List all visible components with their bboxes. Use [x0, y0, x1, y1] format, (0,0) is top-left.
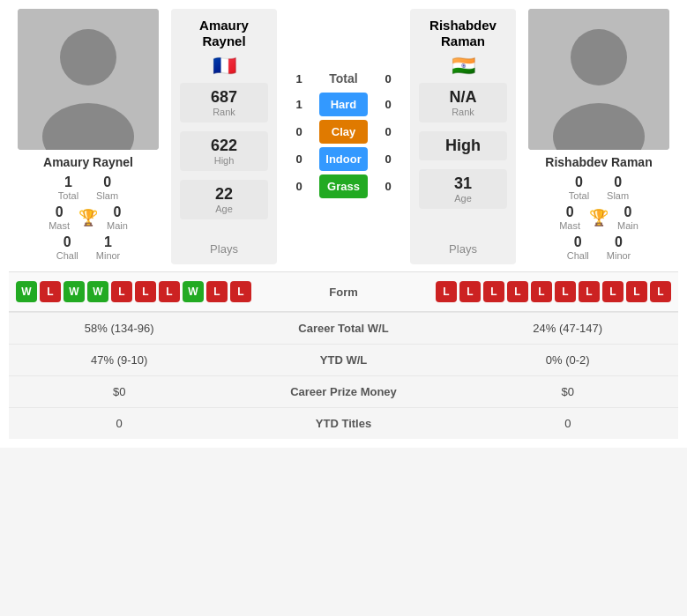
right-mast-stat: 0 Mast: [559, 204, 580, 231]
right-form-badges: LLLLLLLLLL: [385, 281, 672, 302]
left-main-stat: 0 Main: [107, 204, 128, 231]
form-badge-l: L: [650, 281, 671, 302]
form-badge-l: L: [135, 281, 156, 302]
form-badge-l: L: [579, 281, 600, 302]
form-badge-l: L: [507, 281, 528, 302]
stats-right-val: 0% (0-2): [458, 345, 678, 376]
form-badge-l: L: [159, 281, 180, 302]
stats-center-label: YTD Titles: [229, 408, 457, 440]
surface-row-clay: 0Clay0: [286, 120, 401, 144]
left-info-box: AmauryRaynel 🇫🇷 687 Rank 622 High 22 Age…: [171, 9, 277, 264]
left-minor-stat: 1 Minor: [96, 234, 121, 261]
stats-right-val: 0: [458, 408, 678, 440]
surface-right-val: 0: [375, 125, 401, 138]
surface-left-val: 0: [286, 125, 312, 138]
right-info-box: RishabdevRaman 🇮🇳 N/A Rank High 31 Age P…: [410, 9, 516, 264]
left-flag: 🇫🇷: [213, 56, 236, 76]
form-badge-l: L: [206, 281, 228, 302]
right-trophy-icon: 🏆: [589, 208, 609, 227]
right-info-name: RishabdevRaman: [429, 18, 497, 49]
left-player-avatar: [18, 9, 159, 150]
surface-btn-clay[interactable]: Clay: [319, 120, 368, 144]
stats-right-val: 24% (47-147): [458, 313, 678, 345]
form-badge-l: L: [40, 281, 61, 302]
form-badge-l: L: [230, 281, 251, 302]
surface-rows: 1Hard00Clay00Indoor00Grass0: [286, 93, 401, 202]
main-container: Amaury Raynel 1 Total 0 Slam 0 Mast 🏆: [0, 0, 687, 448]
form-badge-l: L: [436, 281, 457, 302]
stats-center-label: YTD W/L: [229, 345, 457, 376]
right-player-stats-row1: 0 Total 0 Slam: [569, 174, 629, 201]
top-section: Amaury Raynel 1 Total 0 Slam 0 Mast 🏆: [9, 9, 678, 264]
left-chall-stat: 0 Chall: [56, 234, 78, 261]
right-main-stat: 0 Main: [617, 204, 638, 231]
svg-point-4: [571, 29, 627, 85]
form-section: WLWWLLLWLL Form LLLLLLLLLL: [9, 271, 678, 312]
surface-btn-hard[interactable]: Hard: [319, 93, 368, 116]
form-badge-l: L: [555, 281, 576, 302]
surface-row-grass: 0Grass0: [286, 174, 401, 198]
center-section: AmauryRaynel 🇫🇷 687 Rank 622 High 22 Age…: [171, 9, 516, 264]
stats-left-val: 0: [9, 408, 229, 440]
right-flag: 🇮🇳: [452, 56, 475, 76]
surface-right-val: 0: [375, 152, 401, 166]
stats-table: 58% (134-96)Career Total W/L24% (47-147)…: [9, 312, 678, 439]
svg-point-1: [60, 29, 116, 85]
stats-row: 0YTD Titles0: [9, 408, 678, 440]
stats-tbody: 58% (134-96)Career Total W/L24% (47-147)…: [9, 313, 678, 440]
right-player-name: Rishabdev Raman: [545, 155, 652, 169]
left-player-card: Amaury Raynel 1 Total 0 Slam 0 Mast 🏆: [9, 9, 168, 264]
right-age-box: 31 Age: [419, 169, 507, 209]
right-minor-stat: 0 Minor: [607, 234, 631, 261]
surface-row-indoor: 0Indoor0: [286, 147, 401, 171]
right-chall-stat: 0 Chall: [567, 234, 589, 261]
stats-right-val: $0: [458, 376, 678, 408]
total-label: Total: [319, 71, 368, 85]
surface-btn-indoor[interactable]: Indoor: [319, 147, 368, 171]
right-player-stats-row2: 0 Mast 🏆 0 Main: [559, 204, 638, 231]
left-player-stats-row2: 0 Mast 🏆 0 Main: [49, 204, 128, 231]
form-badge-w: W: [87, 281, 108, 302]
form-badge-w: W: [63, 281, 85, 302]
left-form-badges: WLWWLLLWLL: [16, 281, 303, 302]
left-age-box: 22 Age: [180, 180, 268, 219]
right-slam-stat: 0 Slam: [607, 174, 629, 201]
left-high-box: 622 High: [180, 131, 268, 171]
form-badge-w: W: [183, 281, 204, 302]
surface-row-hard: 1Hard0: [286, 93, 401, 116]
form-badge-w: W: [16, 281, 37, 302]
left-mast-stat: 0 Mast: [49, 204, 70, 231]
right-player-card: Rishabdev Raman 0 Total 0 Slam 0 Mast 🏆: [519, 9, 678, 264]
surface-left-val: 0: [286, 180, 312, 193]
total-left-val: 1: [286, 72, 312, 85]
surface-btn-grass[interactable]: Grass: [319, 174, 368, 198]
left-player-name: Amaury Raynel: [43, 155, 133, 169]
surface-right-val: 0: [375, 180, 401, 193]
left-trophy-icon: 🏆: [78, 208, 98, 227]
form-badge-l: L: [111, 281, 132, 302]
left-rank-box: 687 Rank: [180, 83, 268, 122]
stats-left-val: $0: [9, 376, 229, 408]
right-plays-label: Plays: [449, 242, 477, 256]
total-row: 1 Total 0: [286, 71, 401, 85]
total-right-val: 0: [375, 72, 401, 85]
stats-row: 58% (134-96)Career Total W/L24% (47-147): [9, 313, 678, 345]
stats-left-val: 58% (134-96): [9, 313, 229, 345]
left-total-stat: 1 Total: [58, 174, 78, 201]
stats-row: 47% (9-10)YTD W/L0% (0-2): [9, 345, 678, 376]
form-badge-l: L: [626, 281, 647, 302]
right-player-avatar: [528, 9, 669, 150]
stats-center-label: Career Total W/L: [229, 313, 457, 345]
form-badge-l: L: [459, 281, 481, 302]
surface-right-val: 0: [375, 98, 401, 111]
stats-center-label: Career Prize Money: [229, 376, 457, 408]
surface-left-val: 0: [286, 152, 312, 166]
left-plays-label: Plays: [210, 242, 238, 256]
right-player-stats-row3: 0 Chall 0 Minor: [567, 234, 631, 261]
form-label: Form: [309, 286, 379, 299]
right-total-stat: 0 Total: [569, 174, 589, 201]
surface-left-val: 1: [286, 98, 312, 111]
surface-grid: 1 Total 0 1Hard00Clay00Indoor00Grass0: [280, 9, 407, 264]
left-info-name: AmauryRaynel: [199, 18, 249, 49]
left-slam-stat: 0 Slam: [96, 174, 118, 201]
